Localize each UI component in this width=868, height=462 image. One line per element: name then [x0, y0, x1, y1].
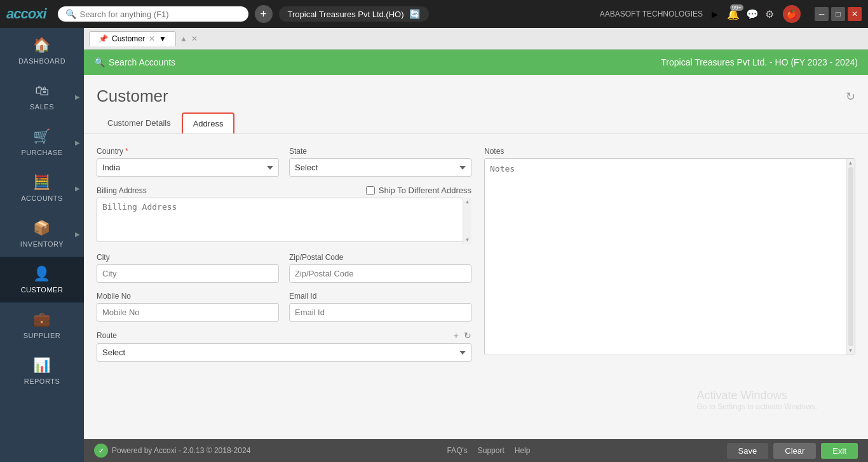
restore-button[interactable]: □ [831, 7, 845, 21]
sidebar-item-purchase[interactable]: 🛒 PURCHASE ▶ [0, 119, 84, 165]
topbar-icons: 🔔 99+ 💬 ⚙ [727, 8, 774, 20]
city-zip-row: City Zip/Postal Code [97, 253, 471, 283]
topbar-right: AABASOFT TECHNOLOGIES ▶ 🔔 99+ 💬 ⚙ 🍎 ─ □ … [600, 5, 862, 23]
sidebar-item-inventory[interactable]: 📦 INVENTORY ▶ [0, 211, 84, 257]
search-icon: 🔍 [65, 9, 76, 19]
message-icon[interactable]: 💬 [746, 8, 759, 20]
city-label: City [97, 253, 279, 262]
inventory-expand-icon: ▶ [75, 231, 81, 238]
tab-close-icon[interactable]: ✕ [149, 34, 155, 43]
expand-icon: ▶ [712, 10, 718, 19]
sidebar-item-accounts[interactable]: 🧮 ACCOUNTS ▶ [0, 165, 84, 211]
state-select[interactable]: Select [289, 158, 471, 177]
notes-textarea[interactable] [485, 159, 846, 355]
tab-expand-arrow[interactable]: ▲ [180, 34, 187, 43]
dashboard-icon: 🏠 [33, 37, 51, 53]
bottom-actions: Save Clear Exit [727, 443, 858, 459]
route-refresh-button[interactable]: ↻ [464, 330, 471, 341]
supplier-icon: 💼 [33, 311, 51, 328]
zip-label: Zip/Postal Code [289, 253, 471, 262]
email-input[interactable] [289, 303, 471, 322]
aabasoft-label: AABASOFT TECHNOLOGIES [600, 10, 703, 18]
topbar: accoxi 🔍 + Tropical Treasures Pvt Ltd.(H… [0, 0, 868, 28]
notification-icon[interactable]: 🔔 99+ [727, 8, 740, 20]
route-select[interactable]: Select [97, 343, 471, 362]
country-select[interactable]: India [97, 158, 279, 177]
billing-section: Billing Address Ship To Different Addres… [97, 186, 471, 244]
sidebar: 🏠 DASHBOARD 🛍 SALES ▶ 🛒 PURCHASE ▶ 🧮 ACC… [0, 28, 84, 462]
support-link[interactable]: Support [478, 446, 505, 455]
route-header: Route + ↻ [97, 330, 471, 341]
form-area: Country * India State Select [84, 134, 868, 374]
search-input[interactable] [80, 10, 233, 19]
content-area: 📌 Customer ✕ ▼ ▲ ✕ 🔍 Search Accounts Tro… [84, 28, 868, 462]
billing-address-textarea[interactable] [97, 198, 471, 242]
notes-panel: ▲ ▼ [484, 158, 855, 355]
accoxi-logo-small: ✓ [94, 444, 108, 458]
sidebar-item-reports[interactable]: 📊 REPORTS [0, 348, 84, 394]
accounts-icon: 🧮 [33, 174, 51, 191]
sidebar-label-purchase: PURCHASE [21, 149, 62, 156]
tab-customer[interactable]: 📌 Customer ✕ ▼ [89, 31, 176, 46]
route-actions: + ↻ [454, 330, 471, 341]
city-field-group: City [97, 253, 279, 283]
search-accounts-btn[interactable]: 🔍 Search Accounts [94, 57, 175, 67]
sales-expand-icon: ▶ [75, 93, 81, 100]
country-required: * [125, 147, 128, 156]
clear-button[interactable]: Clear [773, 443, 816, 459]
state-field-group: State Select [289, 147, 471, 177]
search-accounts-label: Search Accounts [109, 57, 175, 67]
sidebar-label-sales: SALES [30, 103, 54, 111]
refresh-page-button[interactable]: ↻ [846, 90, 855, 104]
sidebar-label-accounts: ACCOUNTS [21, 194, 63, 202]
sidebar-label-inventory: INVENTORY [20, 240, 64, 248]
avatar[interactable]: 🍎 [783, 5, 801, 23]
tab-customer-details[interactable]: Customer Details [97, 112, 182, 133]
company-selector[interactable]: Tropical Treasures Pvt Ltd.(HO) 🔄 [279, 6, 429, 22]
tab-pin-icon: 📌 [98, 34, 108, 43]
mobile-input[interactable] [97, 303, 279, 322]
email-field-group: Email Id [289, 292, 471, 322]
accounts-expand-icon: ▶ [75, 185, 81, 192]
route-section: Route + ↻ Select [97, 330, 471, 362]
country-state-row: Country * India State Select [97, 147, 471, 177]
faq-link[interactable]: FAQ's [447, 446, 467, 455]
sidebar-item-dashboard[interactable]: 🏠 DASHBOARD [0, 28, 84, 74]
help-link[interactable]: Help [515, 446, 531, 455]
purchase-icon: 🛒 [33, 128, 51, 145]
ship-to-different-checkbox-row[interactable]: Ship To Different Address [366, 186, 471, 195]
save-button[interactable]: Save [727, 443, 769, 459]
ship-to-different-label: Ship To Different Address [379, 186, 471, 195]
zip-field-group: Zip/Postal Code [289, 253, 471, 283]
exit-button[interactable]: Exit [821, 443, 858, 459]
route-label: Route [97, 331, 117, 340]
zip-input[interactable] [289, 264, 471, 283]
form-left: Country * India State Select [97, 147, 471, 362]
settings-icon[interactable]: ⚙ [765, 8, 774, 20]
sidebar-item-supplier[interactable]: 💼 SUPPLIER [0, 302, 84, 348]
mobile-email-row: Mobile No Email Id [97, 292, 471, 322]
green-header: 🔍 Search Accounts Tropical Treasures Pvt… [84, 50, 868, 75]
bottom-bar: ✓ Powered by Accoxi - 2.0.13 © 2018-2024… [84, 439, 868, 462]
sidebar-item-sales[interactable]: 🛍 SALES ▶ [0, 74, 84, 119]
search-accounts-icon: 🔍 [94, 57, 105, 67]
city-input[interactable] [97, 264, 279, 283]
mobile-label: Mobile No [97, 292, 279, 301]
minimize-button[interactable]: ─ [815, 7, 829, 21]
route-add-button[interactable]: + [454, 330, 459, 341]
tab-address[interactable]: Address [182, 112, 235, 133]
close-button[interactable]: ✕ [848, 7, 862, 21]
notes-section: Notes ▲ ▼ [484, 147, 855, 362]
sidebar-item-customer[interactable]: 👤 CUSTOMER [0, 257, 84, 302]
window-controls: ─ □ ✕ [815, 7, 862, 21]
sales-icon: 🛍 [35, 83, 50, 99]
tab-collapse-arrow[interactable]: ✕ [191, 34, 198, 43]
search-bar[interactable]: 🔍 [58, 6, 248, 22]
form-tabs: Customer Details Address [84, 112, 868, 134]
ship-to-different-checkbox[interactable] [366, 186, 375, 195]
add-button[interactable]: + [255, 5, 273, 23]
tab-expand-icon: ▼ [159, 34, 166, 43]
powered-by-text: Powered by Accoxi - 2.0.13 © 2018-2024 [112, 446, 250, 455]
state-label: State [289, 147, 471, 156]
notes-label: Notes [484, 147, 855, 156]
